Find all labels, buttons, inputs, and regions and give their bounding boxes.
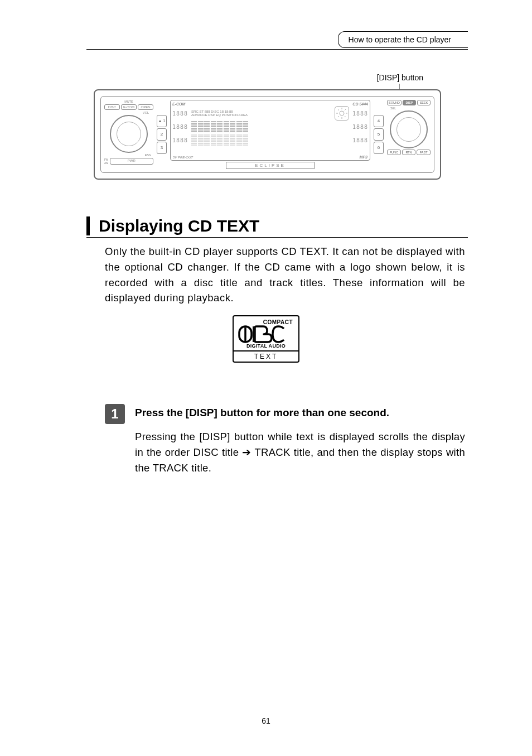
right-bottom-row: FUNC RTN FAST — [387, 150, 431, 155]
lcd-row-2: 1888 1888 — [172, 121, 368, 133]
section-title: Displaying CD TEXT — [86, 216, 468, 235]
spectrum-2 — [191, 134, 349, 146]
svg-line-5 — [338, 109, 339, 110]
cd-text-logo: COMPACT DIGITAL AUDIO TEXT — [233, 315, 299, 363]
step-title: Press the [DISP] button for more than on… — [135, 404, 465, 419]
volume-knob[interactable] — [110, 115, 148, 153]
compact-label: COMPACT — [238, 319, 293, 325]
svg-line-6 — [345, 116, 346, 117]
step-number: 1 — [105, 404, 125, 424]
num-col-left: ▲ 1 2 3 — [157, 100, 167, 169]
disc-icon — [238, 325, 294, 343]
seg-4: 1888 — [352, 110, 368, 117]
seg-1: 1888 — [172, 110, 188, 117]
preset-3-button[interactable]: 3 — [157, 142, 167, 154]
sel-knob-inner — [396, 117, 421, 142]
pwr-button[interactable]: PWR — [110, 158, 154, 165]
right-top-row: SOUND DISP SEEK — [387, 100, 431, 105]
svg-rect-11 — [253, 326, 254, 342]
breadcrumb-text: How to operate the CD player — [349, 35, 451, 44]
preset-2-button[interactable]: 2 — [157, 128, 167, 141]
disc-button[interactable]: DISC — [104, 104, 120, 110]
lcd-model: CD 5444 — [352, 102, 368, 106]
func-button[interactable]: FUNC — [387, 150, 401, 155]
title-underline — [86, 237, 468, 238]
esn-label: ESN — [145, 153, 151, 157]
right-control-panel: SOUND DISP SEEK SEL FUNC RTN FAST — [387, 100, 431, 169]
preset-6-button[interactable]: 6 — [374, 142, 384, 154]
select-knob[interactable] — [390, 110, 428, 148]
vol-label: VOL — [143, 111, 149, 114]
left-bottom-row: FM AM PWR — [104, 158, 153, 165]
mute-label: MUTE — [104, 100, 153, 103]
step-1-block: 1 Press the [DISP] button for more than … — [105, 404, 465, 475]
seek-button[interactable]: SEEK — [417, 100, 431, 105]
lcd-labels: SRC ST 888 DISC 18 18:88ADVANCE DSP EQ P… — [191, 110, 331, 117]
preout-label: 5V PRE-OUT — [173, 156, 193, 159]
lcd-display: E-COM CD 5444 1888 SRC ST 888 DISC 18 18… — [170, 100, 370, 161]
mp3-label: MP3 — [360, 155, 367, 159]
brand-label: ECLIPSE — [226, 162, 315, 169]
rtn-button[interactable]: RTN — [402, 150, 416, 155]
sun-icon — [335, 106, 349, 121]
breadcrumb: How to operate the CD player — [338, 31, 468, 48]
left-control-panel: MUTE DISC E-COM OPEN VOL ESN FM AM PWR — [104, 100, 153, 169]
middle-area: E-COM CD 5444 1888 SRC ST 888 DISC 18 18… — [170, 100, 370, 169]
svg-point-0 — [340, 111, 344, 115]
eject-button[interactable]: ▲ 1 — [157, 115, 167, 127]
preset-5-button[interactable]: 5 — [374, 128, 384, 141]
am-label: AM — [104, 161, 109, 165]
section-body: Only the built-in CD player supports CD … — [105, 244, 465, 306]
compact-disc-logo: COMPACT DIGITAL AUDIO TEXT — [233, 315, 299, 363]
seg-3: 1888 — [172, 137, 188, 143]
svg-line-7 — [338, 116, 339, 117]
svg-line-8 — [345, 109, 346, 110]
section-header: Displaying CD TEXT — [86, 216, 468, 238]
knob-inner-ring — [117, 122, 141, 146]
sel-label: SEL — [390, 107, 396, 110]
lcd-row-1: 1888 SRC ST 888 DISC 18 18:88ADVANCE DSP… — [172, 107, 368, 119]
header-divider — [86, 49, 468, 50]
disp-button[interactable]: DISP — [403, 100, 416, 105]
preset-4-button[interactable]: 4 — [374, 115, 384, 127]
fast-button[interactable]: FAST — [417, 150, 431, 155]
digital-audio-label: DIGITAL AUDIO — [238, 343, 294, 349]
seg-5: 1888 — [352, 124, 368, 130]
lcd-row-3: 1888 1888 — [172, 134, 368, 146]
device-panel: MUTE DISC E-COM OPEN VOL ESN FM AM PWR — [100, 96, 434, 173]
num-col-right: 4 5 6 — [374, 100, 384, 169]
spectrum-analyzer — [191, 121, 349, 132]
seg-6: 1888 — [352, 137, 368, 143]
ecom-button[interactable]: E-COM — [121, 104, 137, 110]
disp-button-annotation: [DISP] button — [377, 73, 423, 82]
text-label: TEXT — [234, 350, 298, 362]
lcd-brand: E-COM — [172, 102, 185, 106]
open-button[interactable]: OPEN — [138, 104, 153, 110]
seg-2: 1888 — [172, 124, 188, 130]
arrow-icon: ➔ — [242, 446, 251, 458]
page-number: 61 — [262, 716, 270, 725]
sound-button[interactable]: SOUND — [387, 100, 402, 105]
step-body: Pressing the [DISP] button while text is… — [135, 429, 465, 475]
left-button-row: DISC E-COM OPEN — [104, 104, 153, 110]
device-illustration: MUTE DISC E-COM OPEN VOL ESN FM AM PWR — [94, 89, 441, 180]
step-content: Press the [DISP] button for more than on… — [135, 404, 465, 475]
